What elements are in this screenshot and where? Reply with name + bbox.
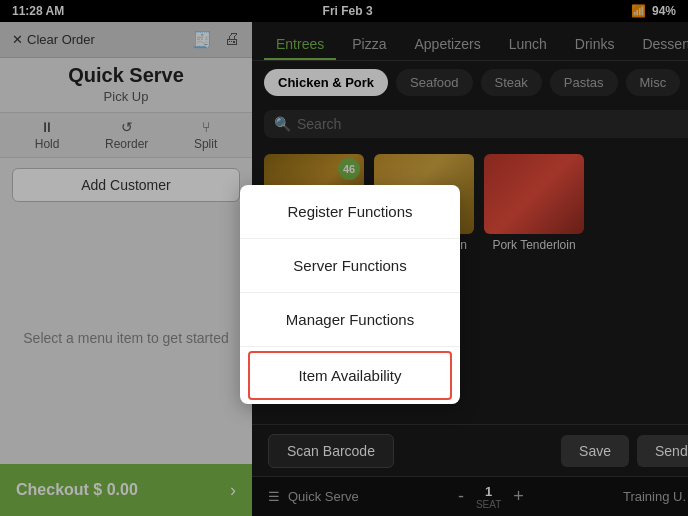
dropdown-manager-functions[interactable]: Manager Functions xyxy=(240,293,460,347)
dropdown-register-functions[interactable]: Register Functions xyxy=(240,185,460,239)
dropdown-item-availability[interactable]: Item Availability xyxy=(248,351,452,400)
dropdown-server-functions[interactable]: Server Functions xyxy=(240,239,460,293)
dropdown-overlay[interactable]: Register Functions Server Functions Mana… xyxy=(0,0,688,516)
dropdown-menu: Register Functions Server Functions Mana… xyxy=(240,185,460,404)
